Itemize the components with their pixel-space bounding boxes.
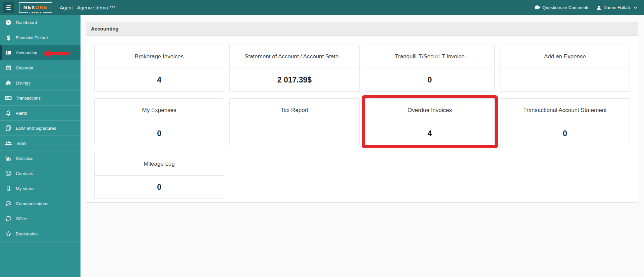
sidebar-item-dashboard[interactable]: Dashboard [0,15,80,30]
card-value: 0 [500,122,630,145]
sidebar-item-label: My status [16,186,35,191]
sidebar-item-team[interactable]: Team [0,136,80,151]
sidebar-item-label: Contacts [16,171,33,176]
card-mileage-log[interactable]: Mileage Log 0 [94,152,224,199]
questions-or-comments-link[interactable]: Questions or Comments [534,5,589,10]
page-context-title: Agent - Agence démo *** [60,5,115,10]
card-statement-of-account[interactable]: Statement of Account / Account State… 2 … [229,45,359,92]
card-my-expenses[interactable]: My Expenses 0 [94,98,224,145]
bell-icon [5,109,12,117]
sidebar-item-label: EDM and Signatures [16,126,56,131]
sidebar-item-contacts[interactable]: Contacts [0,166,80,181]
star-icon [5,230,12,237]
sidebar-item-alerts[interactable]: Alerts [0,106,80,121]
card-label: Mileage Log [95,152,224,176]
user-icon [597,5,601,10]
accounting-cards-grid: Brokerage Invoices 4 Statement of Accoun… [86,36,638,203]
card-value: 4 [365,122,494,145]
smiley-icon [5,170,12,177]
chat-bubble-icon [5,215,12,222]
user-name: Darine Hallab [603,5,630,10]
gauge-icon [5,19,12,26]
sidebar-item-label: Accounting [16,50,37,55]
sidebar-item-label: Dashboard [16,20,37,25]
panel-title: Accounting [86,22,638,36]
sidebar-item-label: Alerts [16,111,27,116]
chat-filled-icon [534,5,540,10]
logo-office-label: OFFICE [28,11,43,14]
sidebar-item-financial-picture[interactable]: $ Financial Picture [0,30,80,45]
card-label: My Expenses [95,99,224,122]
dollar-icon: $ [5,34,12,41]
card-value: 0 [95,122,224,145]
card-tranquilit-securit-invoice[interactable]: Tranquili-T/Securi-T Invoice 0 [365,45,495,92]
card-value [230,122,359,145]
ledger-icon [5,49,12,56]
sidebar-item-label: Statistics [16,156,33,161]
card-value: 2 017.39$ [230,68,359,91]
card-tax-report[interactable]: Tax Report [229,98,359,145]
sidebar-item-label: Office [16,216,27,221]
sidebar-item-communications[interactable]: Communications [0,196,80,211]
card-label: Overdue Invoices [365,99,494,122]
sidebar-item-my-status[interactable]: My status [0,181,80,196]
users-icon [5,140,12,147]
sidebar-item-accounting[interactable]: Accounting [0,45,80,60]
sidebar-item-label: Communications [16,201,48,206]
card-label: Tax Report [230,99,359,122]
card-value: 4 [95,68,224,91]
sidebar-item-label: Listings [16,80,31,86]
card-label: Statement of Account / Account State… [230,45,359,68]
card-transactional-account-statement[interactable]: Transactional Account Statement 0 [500,98,630,145]
sidebar-item-label: Bookmarks [16,231,38,236]
card-value: 0 [365,68,494,91]
logo-wordmark: NEXONE [23,5,48,11]
sidebar-item-statistics[interactable]: Statistics [0,151,80,166]
copy-icon [5,124,12,132]
chevron-down-icon [634,6,637,9]
sidebar-item-listings[interactable]: Listings [0,75,80,91]
bar-chart-icon [5,155,12,162]
sidebar-item-label: Team [16,141,26,146]
card-brokerage-invoices[interactable]: Brokerage Invoices 4 [94,45,224,92]
card-label: Transactional Account Statement [500,99,630,122]
nexone-logo: NEXONE OFFICE [19,2,52,13]
accounting-panel: Accounting Brokerage Invoices 4 Statemen… [86,22,638,203]
sidebar-item-transactions[interactable]: Transactions [0,91,80,106]
card-value [500,68,630,91]
main-content-area: Accounting Brokerage Invoices 4 Statemen… [80,15,644,277]
menu-toggle-button[interactable] [3,2,14,13]
sidebar-nav: Dashboard $ Financial Picture Accounting… [0,15,80,277]
card-label: Tranquili-T/Securi-T Invoice [365,45,494,68]
card-label: Brokerage Invoices [95,45,224,68]
sidebar-item-label: Calendar [16,65,34,70]
money-bill-icon [5,94,12,102]
sidebar-item-edm-signatures[interactable]: EDM and Signatures [0,121,80,136]
card-add-an-expense[interactable]: Add an Expense [500,45,630,92]
questions-label: Questions or Comments [542,5,589,10]
sidebar-item-label: Financial Picture [16,35,48,40]
sidebar-item-office[interactable]: Office [0,211,80,226]
card-overdue-invoices[interactable]: Overdue Invoices 4 [365,98,495,145]
home-icon [5,79,12,87]
mobile-icon [5,185,12,192]
chat-dots-icon [5,200,12,207]
sidebar-item-bookmarks[interactable]: Bookmarks [0,226,80,241]
sidebar-item-calendar[interactable]: Calendar [0,60,80,75]
calendar-icon [5,64,12,71]
top-header-bar: NEXONE OFFICE Agent - Agence démo *** Qu… [0,0,644,15]
user-menu[interactable]: Darine Hallab [597,5,637,10]
card-label: Add an Expense [500,45,630,68]
card-value: 0 [95,176,224,199]
sidebar-item-label: Transactions [16,96,41,101]
